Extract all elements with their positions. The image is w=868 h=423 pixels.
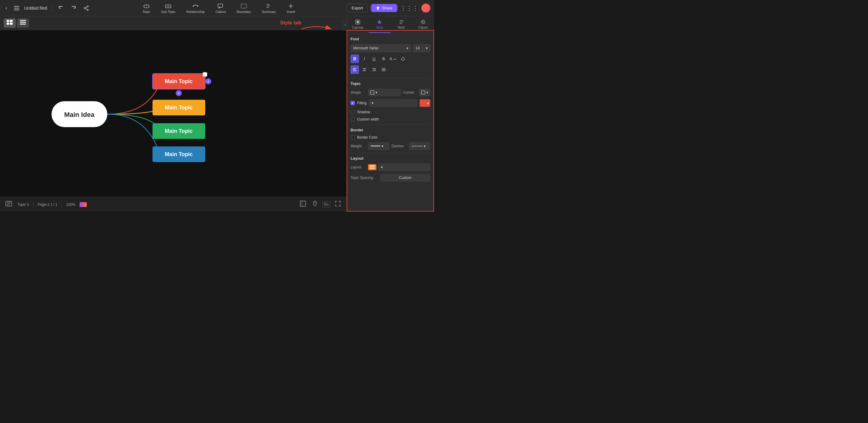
relationship-tool[interactable]: Relationship xyxy=(185,1,207,15)
highlight-button[interactable] xyxy=(399,55,407,63)
align-right-button[interactable] xyxy=(370,65,378,74)
align-justify-button[interactable] xyxy=(379,65,388,74)
svg-rect-45 xyxy=(356,21,359,23)
insert-tool[interactable]: Insert xyxy=(285,1,297,15)
svg-rect-68 xyxy=(370,167,375,169)
italic-button[interactable]: I xyxy=(360,55,369,63)
tab-style[interactable]: Style xyxy=(369,16,390,33)
topic-spacing-label: Topic Spacing xyxy=(350,176,378,180)
shadow-checkbox[interactable] xyxy=(350,110,355,114)
corner-select[interactable]: ▾ xyxy=(419,89,430,96)
format-row: B I U S A xyxy=(350,55,430,63)
weight-select[interactable]: ▾ xyxy=(368,142,389,150)
align-center-button[interactable] xyxy=(360,65,369,74)
mouse-mode-button[interactable] xyxy=(310,199,319,210)
font-color-button[interactable]: A xyxy=(389,55,398,63)
tab-mark[interactable]: Mark xyxy=(391,16,412,33)
filling-row: Filling ▾ xyxy=(350,99,430,107)
border-weight-row: Weight ▾ Dashes ▾ xyxy=(350,142,430,150)
strikethrough-button[interactable]: S xyxy=(379,55,388,63)
collapse-panel-arrow[interactable]: › xyxy=(342,19,348,31)
user-avatar[interactable] xyxy=(421,4,430,13)
underline-button[interactable]: U xyxy=(370,55,378,63)
border-color-row: Border Color xyxy=(350,135,430,139)
svg-text:T: T xyxy=(146,5,147,7)
share-button[interactable]: Share xyxy=(371,4,397,12)
undo-button[interactable] xyxy=(56,4,66,12)
custom-spacing-button[interactable]: Custom xyxy=(380,174,430,182)
apps-button[interactable]: ⋮⋮⋮ xyxy=(400,4,418,12)
border-color-checkbox[interactable] xyxy=(350,135,355,139)
divider2 xyxy=(350,124,430,125)
summary-tool[interactable]: Summary xyxy=(260,1,278,15)
outline-button[interactable] xyxy=(4,200,13,209)
font-family-select[interactable]: Microsoft YaHei ▾ xyxy=(350,44,411,52)
divider1 xyxy=(350,78,430,78)
card-view-button[interactable] xyxy=(4,19,16,28)
callout-tool[interactable]: Callout xyxy=(214,1,227,15)
fill-color-swatch[interactable] xyxy=(420,99,430,107)
subtopic-tool[interactable]: Sub Topic xyxy=(159,1,177,15)
top-bar-right: Export Share ⋮⋮⋮ xyxy=(347,4,430,13)
layout-section-title: Layout xyxy=(350,156,430,161)
custom-width-checkbox[interactable] xyxy=(350,117,355,122)
export-button[interactable]: Export xyxy=(347,4,368,12)
svg-text:Main Topic[interactable]: Main Topic xyxy=(164,151,193,157)
align-left-button[interactable] xyxy=(350,65,359,74)
shadow-label: Shadow xyxy=(357,110,370,114)
svg-point-5 xyxy=(84,7,85,9)
top-bar-left: ‹ Untitled file8 xyxy=(4,4,91,12)
filling-checkbox[interactable] xyxy=(350,101,355,105)
expand-button[interactable] xyxy=(299,199,307,210)
font-size-select[interactable]: 14 ▾ xyxy=(413,44,430,52)
layout-row: Layout ▾ xyxy=(350,164,430,171)
share-edit-button[interactable] xyxy=(82,4,91,12)
svg-point-4 xyxy=(87,9,88,10)
svg-line-7 xyxy=(85,8,87,10)
redo-button[interactable] xyxy=(69,4,79,12)
svg-rect-22 xyxy=(10,20,13,22)
svg-rect-2 xyxy=(14,10,19,10)
border-color-label: Border Color xyxy=(357,135,378,139)
svg-point-13 xyxy=(197,5,198,7)
dashes-select[interactable]: ▾ xyxy=(409,142,430,150)
topic-section-title: Topic xyxy=(350,82,430,86)
topic-spacing-row: Topic Spacing Custom xyxy=(350,174,430,182)
svg-rect-65 xyxy=(371,145,380,147)
mindmap-svg: Main Idea Main Topic + + Main Topic Main… xyxy=(42,38,284,189)
svg-rect-25 xyxy=(20,20,26,21)
fn-button[interactable]: Fn xyxy=(322,201,330,207)
topic-count: Topic 5 xyxy=(18,202,29,207)
svg-rect-14 xyxy=(218,4,223,7)
svg-point-50 xyxy=(422,21,423,22)
fullscreen-button[interactable] xyxy=(333,199,342,210)
filling-label: Filling xyxy=(357,101,367,105)
tab-clipart[interactable]: Clipart xyxy=(412,16,434,33)
svg-text:+: + xyxy=(207,79,209,84)
page-info: Page-1 1 / 1 xyxy=(38,202,57,207)
back-button[interactable]: ‹ xyxy=(4,4,9,12)
shadow-row: Shadow xyxy=(350,110,430,114)
list-view-button[interactable] xyxy=(17,19,29,28)
svg-text:Main Topic[interactable]: Main Topic xyxy=(164,128,193,134)
toolbar-center: T Topic Sub Topic Relationship Callout B… xyxy=(93,1,344,15)
tab-canvas[interactable]: Canvas xyxy=(347,16,369,33)
svg-text:Main Topic[interactable]: Main Topic xyxy=(164,78,193,84)
svg-text:Main Topic[interactable]: Main Topic xyxy=(164,104,193,110)
bold-button[interactable]: B xyxy=(350,55,359,63)
shape-label: Shape xyxy=(350,90,366,95)
menu-button[interactable] xyxy=(12,5,21,11)
fill-type-select[interactable]: ▾ xyxy=(369,99,417,107)
layout-select[interactable]: ▾ xyxy=(378,164,430,171)
shape-select[interactable]: ▾ xyxy=(368,89,401,96)
canvas-area: Main Idea Main Topic + + Main Topic Main… xyxy=(0,30,347,196)
svg-point-3 xyxy=(87,6,88,7)
boundary-tool[interactable]: Boundary xyxy=(235,1,253,15)
font-section-title: Font xyxy=(350,37,430,41)
file-title: Untitled file8 xyxy=(24,6,47,10)
topic-tool[interactable]: T Topic xyxy=(141,1,152,15)
main-idea-text[interactable]: Main Idea xyxy=(64,111,94,119)
svg-rect-1 xyxy=(14,8,19,8)
svg-rect-0 xyxy=(14,6,19,7)
weight-label: Weight xyxy=(350,144,366,148)
